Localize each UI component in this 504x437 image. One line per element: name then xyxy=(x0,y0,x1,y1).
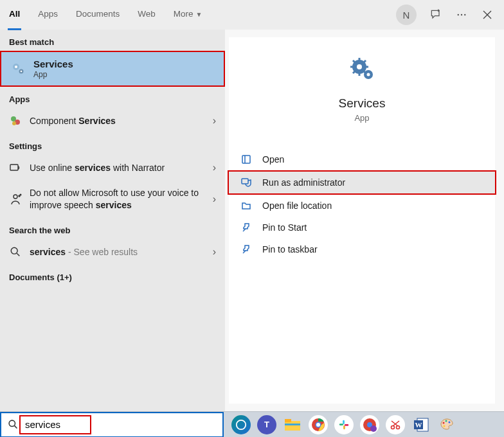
web-result-label: services - See web results xyxy=(30,247,205,257)
svg-rect-46 xyxy=(345,424,348,426)
svg-rect-43 xyxy=(343,420,345,424)
taskbar-app-chrome-profile[interactable] xyxy=(359,414,381,436)
section-web: Search the web xyxy=(0,218,225,239)
preview-title: Services xyxy=(229,96,495,111)
tab-more-label: More xyxy=(174,9,194,19)
svg-line-35 xyxy=(15,426,17,429)
taskbar-app-explorer[interactable] xyxy=(282,414,303,436)
svg-point-50 xyxy=(392,425,395,429)
setting-narrator-services[interactable]: Use online services with Narrator › xyxy=(0,155,225,181)
setting-label: Use online services with Narrator xyxy=(30,163,205,173)
section-settings: Settings xyxy=(0,134,225,155)
close-button[interactable] xyxy=(474,2,500,28)
svg-point-8 xyxy=(21,71,22,73)
tab-documents[interactable]: Documents xyxy=(67,0,129,30)
taskbar-search[interactable] xyxy=(0,412,224,438)
chevron-right-icon: › xyxy=(213,115,216,127)
svg-line-17 xyxy=(17,253,19,256)
chevron-right-icon: › xyxy=(213,193,216,205)
main: Best match Services App Apps Component S… xyxy=(0,30,504,411)
action-run-as-administrator[interactable]: Run as administrator xyxy=(228,170,496,195)
svg-rect-31 xyxy=(242,179,248,184)
chevron-right-icon: › xyxy=(213,246,216,258)
action-label: Open file location xyxy=(262,201,332,211)
svg-rect-30 xyxy=(242,156,250,163)
svg-point-34 xyxy=(9,420,15,426)
svg-point-49 xyxy=(370,425,377,432)
preview-subtitle: App xyxy=(229,113,495,123)
svg-line-28 xyxy=(364,60,366,62)
taskbar: T W xyxy=(0,411,504,437)
svg-point-59 xyxy=(449,421,451,423)
search-icon xyxy=(8,419,19,430)
action-label: Run as administrator xyxy=(262,177,345,188)
svg-point-11 xyxy=(12,121,16,125)
chevron-right-icon: › xyxy=(213,162,216,174)
svg-point-36 xyxy=(237,420,246,429)
taskbar-app-slack[interactable] xyxy=(333,414,355,436)
action-open-file-location[interactable]: Open file location xyxy=(229,195,495,217)
svg-point-20 xyxy=(357,64,362,69)
tab-more[interactable]: More▼ xyxy=(165,0,212,30)
taskbar-app-chrome[interactable] xyxy=(307,414,329,436)
svg-line-29 xyxy=(353,71,355,73)
svg-point-6 xyxy=(15,66,17,68)
action-label: Open xyxy=(262,154,284,165)
component-services-icon xyxy=(9,114,22,127)
svg-point-2 xyxy=(464,14,465,15)
pin-icon xyxy=(240,244,252,255)
svg-text:W: W xyxy=(415,421,422,429)
action-open[interactable]: Open xyxy=(229,148,495,170)
header: All Apps Documents Web More▼ N xyxy=(0,0,504,30)
svg-point-58 xyxy=(446,420,447,422)
tab-web[interactable]: Web xyxy=(129,0,165,30)
search-input[interactable] xyxy=(24,418,219,431)
app-result-label: Component Services xyxy=(30,116,205,126)
action-label: Pin to taskbar xyxy=(262,244,318,254)
web-result-services[interactable]: services - See web results › xyxy=(0,239,225,265)
action-pin-to-taskbar[interactable]: Pin to taskbar xyxy=(229,238,495,260)
svg-rect-45 xyxy=(343,425,345,429)
svg-point-42 xyxy=(316,423,320,427)
taskbar-app-paint[interactable] xyxy=(436,414,458,436)
tab-apps[interactable]: Apps xyxy=(29,0,67,30)
best-match-item[interactable]: Services App xyxy=(0,51,225,87)
section-documents: Documents (1+) xyxy=(0,265,225,286)
open-icon xyxy=(240,154,252,165)
tab-all[interactable]: All xyxy=(0,0,29,30)
feedback-icon[interactable] xyxy=(423,2,449,28)
svg-rect-38 xyxy=(285,419,291,422)
svg-line-26 xyxy=(353,60,355,62)
svg-point-21 xyxy=(367,73,370,76)
svg-point-60 xyxy=(444,425,446,427)
svg-point-13 xyxy=(14,195,17,199)
folder-icon xyxy=(240,200,252,211)
svg-rect-39 xyxy=(285,424,300,425)
action-pin-to-start[interactable]: Pin to Start xyxy=(229,217,495,238)
chevron-down-icon: ▼ xyxy=(196,11,203,18)
svg-point-1 xyxy=(461,14,462,15)
taskbar-tray: T W xyxy=(224,412,458,437)
shield-icon xyxy=(240,177,252,188)
more-options-icon[interactable] xyxy=(449,2,474,28)
svg-rect-37 xyxy=(285,421,300,431)
taskbar-app-teams[interactable]: T xyxy=(256,414,278,436)
section-apps: Apps xyxy=(0,87,225,108)
preview-panel: Services App Open Run as adminis xyxy=(225,30,504,411)
speech-icon xyxy=(9,193,22,206)
gears-icon xyxy=(346,55,377,86)
svg-rect-12 xyxy=(10,165,18,170)
best-match-title: Services xyxy=(33,58,73,69)
pin-icon xyxy=(240,222,252,233)
taskbar-app-snip[interactable] xyxy=(384,414,406,436)
taskbar-app-edge[interactable] xyxy=(230,414,252,436)
svg-point-15 xyxy=(20,194,21,195)
user-avatar[interactable]: N xyxy=(396,4,417,25)
app-result-component-services[interactable]: Component Services › xyxy=(0,108,225,134)
svg-point-51 xyxy=(397,425,400,429)
section-best-match: Best match xyxy=(0,30,225,51)
gears-icon xyxy=(10,61,26,76)
taskbar-app-word[interactable]: W xyxy=(410,414,432,436)
setting-speech-services[interactable]: Do not allow Microsoft to use your voice… xyxy=(0,181,225,218)
results-panel: Best match Services App Apps Component S… xyxy=(0,30,225,411)
